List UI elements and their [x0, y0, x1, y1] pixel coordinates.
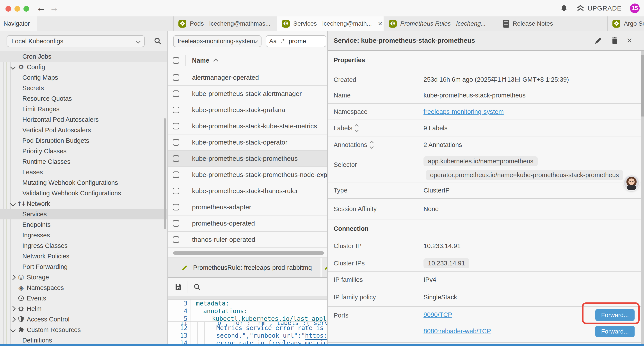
forward-port-button-8080[interactable]: Forward... [595, 326, 634, 337]
row-checkbox[interactable] [173, 188, 179, 194]
filter-input[interactable]: Aa .* prome [266, 35, 326, 47]
chevron-right-icon[interactable] [10, 317, 16, 322]
table-row-kube-prometheus-stack-prometheus[interactable]: kube-prometheus-stack-prometheus [168, 151, 327, 167]
sidebar-item-cron-jobs[interactable]: Cron Jobs [0, 51, 167, 62]
sidebar-item-network-policies[interactable]: Network Policies [0, 251, 167, 262]
yaml-editor[interactable]: 3metadata:4annotations:5kubectl.kubernet… [168, 300, 327, 346]
row-checkbox[interactable] [173, 155, 179, 162]
back-button[interactable]: ← [36, 2, 46, 14]
row-checkbox[interactable] [173, 204, 179, 210]
chevron-down-icon[interactable] [10, 327, 16, 333]
sidebar-item-events[interactable]: Events [0, 293, 167, 304]
minimize-window-button[interactable] [14, 6, 20, 11]
sidebar-item-definitions[interactable]: Definitions [0, 335, 167, 346]
chevron-down-icon[interactable] [10, 64, 16, 70]
port-link-8080[interactable]: 8080:reloader-web/TCP [424, 328, 491, 335]
table-row-kube-prometheus-stack-thanos-ruler[interactable]: kube-prometheus-stack-thanos-ruler [168, 183, 327, 199]
sidebar-item-ingresses[interactable]: Ingresses [0, 230, 167, 240]
property-row-selector: Selector app.kubernetes.io/name=promethe… [328, 153, 641, 182]
chevron-down-icon[interactable] [10, 201, 16, 206]
sidebar-item-vertical-pod-autoscalers[interactable]: Vertical Pod Autoscalers [0, 125, 167, 135]
row-checkbox[interactable] [173, 139, 179, 146]
sidebar-item-custom-resources[interactable]: Custom Resources [0, 325, 167, 335]
sidebar-item-port-forwarding[interactable]: Port Forwarding [0, 262, 167, 272]
sidebar-item-services[interactable]: Services [0, 209, 167, 219]
row-checkbox[interactable] [173, 123, 179, 129]
sidebar-item-namespaces[interactable]: ◈Namespaces [0, 283, 167, 293]
chevron-right-icon[interactable] [10, 274, 16, 280]
kubeconfig-dropdown[interactable]: Local Kubeconfigs [6, 35, 145, 47]
upgrade-button[interactable]: UPGRADE [576, 4, 622, 12]
table-row-kube-prometheus-stack-prometheus-node-expor[interactable]: kube-prometheus-stack-prometheus-node-ex… [168, 167, 327, 183]
sidebar-item-config[interactable]: ⚙Config [0, 62, 167, 72]
sidebar-item-leases[interactable]: Leases [0, 167, 167, 177]
forward-button[interactable]: → [50, 2, 59, 14]
port-link-9090[interactable]: 9090/TCP [424, 311, 452, 318]
sidebar-item-limit-ranges[interactable]: Limit Ranges [0, 104, 167, 114]
sidebar-item-validating-webhook-configurations[interactable]: Validating Webhook Configurations [0, 188, 167, 198]
detail-scrollbar-thumb[interactable] [641, 55, 644, 116]
navigator-panel-tab[interactable]: Navigator [0, 16, 37, 31]
sidebar-item-endpoints[interactable]: Endpoints [0, 219, 167, 230]
table-row-kube-prometheus-stack-operator[interactable]: kube-prometheus-stack-operator [168, 134, 327, 151]
table-horizontal-scrollbar[interactable] [173, 251, 324, 255]
table-row-kube-prometheus-stack-grafana[interactable]: kube-prometheus-stack-grafana [168, 102, 327, 118]
filter-query[interactable]: prome [289, 38, 306, 45]
kubernetes-icon: ☸ [282, 20, 290, 27]
save-icon[interactable] [174, 283, 182, 291]
editor-tab-prometheusrule[interactable]: PrometheusRule: freeleaps-prod-rabbitmq [173, 258, 319, 277]
chevron-right-icon[interactable] [10, 306, 16, 311]
namespace-link[interactable]: freeleaps-monitoring-system [424, 108, 504, 115]
tab-argo-se[interactable]: ☸Argo Se [607, 16, 644, 31]
expand-collapse-arrows-icon[interactable] [370, 141, 373, 148]
namespace-dropdown[interactable]: freeleaps-monitoring-system [173, 35, 262, 47]
notification-count-badge[interactable]: 15 [630, 3, 640, 13]
close-window-button[interactable] [6, 6, 11, 11]
close-tab-icon[interactable]: × [378, 19, 382, 28]
sidebar-item-resource-quotas[interactable]: Resource Quotas [0, 93, 167, 104]
search-icon[interactable] [193, 283, 201, 291]
search-icon[interactable] [154, 37, 162, 45]
sort-ascending-icon[interactable] [213, 59, 218, 64]
user-avatar[interactable] [624, 175, 639, 190]
sidebar-item-runtime-classes[interactable]: Runtime Classes [0, 156, 167, 167]
sidebar-item-config-maps[interactable]: Config Maps [0, 72, 167, 83]
row-checkbox[interactable] [173, 220, 179, 227]
table-row-alertmanager-operated[interactable]: alertmanager-operated [168, 70, 327, 86]
row-checkbox[interactable] [173, 171, 179, 178]
row-checkbox[interactable] [173, 74, 179, 81]
tab-services-icecheng-math[interactable]: ☸Services - icecheng@math...× [277, 16, 384, 31]
close-icon[interactable]: × [627, 36, 632, 45]
tab-pods-icecheng-mathmas[interactable]: ☸Pods - icecheng@mathmas... [173, 16, 277, 31]
notifications-bell-icon[interactable] [560, 4, 568, 12]
sidebar-item-horizontal-pod-autoscalers[interactable]: Horizontal Pod Autoscalers [0, 114, 167, 125]
row-checkbox[interactable] [173, 236, 179, 243]
select-all-checkbox[interactable] [173, 57, 179, 64]
table-row-thanos-ruler-operated[interactable]: thanos-ruler-operated [168, 232, 327, 248]
table-row-prometheus-adapter[interactable]: prometheus-adapter [168, 199, 327, 216]
case-sensitive-toggle[interactable]: Aa [269, 38, 277, 45]
delete-trash-icon[interactable] [611, 36, 618, 45]
edit-pencil-icon[interactable] [594, 36, 602, 45]
table-row-kube-prometheus-stack-kube-state-metrics[interactable]: kube-prometheus-stack-kube-state-metrics [168, 118, 327, 134]
regex-toggle[interactable]: .* [280, 38, 285, 45]
row-checkbox[interactable] [173, 90, 179, 97]
name-column-header[interactable]: Name [192, 57, 209, 64]
tab-prometheus-rules-icecheng[interactable]: ☸Prometheus Rules - icecheng... [384, 16, 498, 31]
sidebar-item-pod-disruption-budgets[interactable]: Pod Disruption Budgets [0, 135, 167, 146]
sidebar-item-network[interactable]: ↑↓Network [0, 198, 167, 209]
tab-release-notes[interactable]: Release Notes [498, 16, 607, 31]
table-row-kube-prometheus-stack-alertmanager[interactable]: kube-prometheus-stack-alertmanager [168, 86, 327, 102]
table-row-prometheus-operated[interactable]: prometheus-operated [168, 216, 327, 232]
sidebar-scrollbar[interactable] [164, 118, 166, 229]
sidebar-item-priority-classes[interactable]: Priority Classes [0, 146, 167, 156]
sidebar-item-access-control[interactable]: Access Control [0, 314, 167, 325]
zoom-window-button[interactable] [24, 6, 29, 11]
sidebar-item-ingress-classes[interactable]: Ingress Classes [0, 240, 167, 251]
row-checkbox[interactable] [173, 107, 179, 113]
sidebar-item-helm[interactable]: Helm [0, 304, 167, 314]
expand-collapse-arrows-icon[interactable] [355, 125, 358, 131]
sidebar-item-secrets[interactable]: Secrets [0, 83, 167, 93]
sidebar-item-storage[interactable]: ⛁Storage [0, 272, 167, 283]
sidebar-item-mutating-webhook-configurations[interactable]: Mutating Webhook Configurations [0, 177, 167, 188]
